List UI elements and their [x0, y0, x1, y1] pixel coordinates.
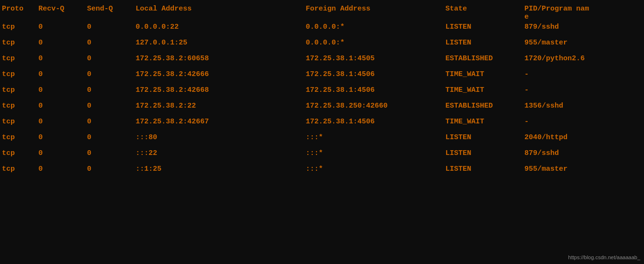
cell-proto: tcp	[0, 53, 36, 65]
cell-proto: tcp	[0, 163, 36, 175]
cell-pid: 2040/httpd	[522, 132, 644, 143]
cell-pid: 879/sshd	[522, 147, 644, 159]
cell-pid: -	[522, 68, 644, 80]
cell-foreign: 172.25.38.1:4506	[304, 116, 443, 128]
cell-local: 172.25.38.2:60658	[134, 53, 304, 65]
cell-proto: tcp	[0, 68, 36, 80]
cell-local: 0.0.0.0:22	[134, 21, 304, 33]
cell-proto: tcp	[0, 100, 36, 112]
cell-foreign: :::*	[304, 132, 443, 143]
cell-pid: 1720/python2.6	[522, 53, 644, 65]
cell-foreign: 0.0.0.0:*	[304, 37, 443, 49]
cell-recvq: 0	[36, 53, 85, 65]
cell-foreign: 172.25.38.1:4505	[304, 53, 443, 65]
cell-proto: tcp	[0, 132, 36, 143]
cell-pid: -	[522, 84, 644, 96]
cell-pid: 955/master	[522, 37, 644, 49]
cell-pid: 955/master	[522, 163, 644, 175]
cell-pid: 1356/sshd	[522, 100, 644, 112]
table-row: tcp00172.25.38.2:42668172.25.38.1:4506TI…	[0, 84, 644, 96]
header-local: Local Address	[134, 4, 304, 21]
header-foreign: Foreign Address	[304, 4, 443, 21]
cell-proto: tcp	[0, 21, 36, 33]
table-header: Proto Recv-Q Send-Q Local Address Foreig…	[0, 4, 644, 21]
cell-foreign: 172.25.38.1:4506	[304, 68, 443, 80]
cell-recvq: 0	[36, 37, 85, 49]
table-row: tcp000.0.0.0:220.0.0.0:*LISTEN879/sshd	[0, 21, 644, 33]
cell-foreign: 0.0.0.0:*	[304, 21, 443, 33]
cell-pid: 879/sshd	[522, 21, 644, 33]
cell-local: 172.25.38.2:42668	[134, 84, 304, 96]
cell-sendq: 0	[85, 68, 134, 80]
cell-sendq: 0	[85, 132, 134, 143]
cell-foreign: 172.25.38.250:42660	[304, 100, 443, 112]
cell-sendq: 0	[85, 100, 134, 112]
cell-local: 172.25.38.2:22	[134, 100, 304, 112]
cell-local: ::1:25	[134, 163, 304, 175]
table-row: tcp00:::80:::*LISTEN2040/httpd	[0, 132, 644, 143]
cell-recvq: 0	[36, 68, 85, 80]
cell-local: :::80	[134, 132, 304, 143]
header-proto: Proto	[0, 4, 36, 21]
cell-state: TIME_WAIT	[443, 68, 522, 80]
header-state: State	[443, 4, 522, 21]
cell-sendq: 0	[85, 37, 134, 49]
netstat-table: Proto Recv-Q Send-Q Local Address Foreig…	[0, 4, 644, 175]
header-pid: PID/Program nam e	[522, 4, 644, 21]
cell-recvq: 0	[36, 116, 85, 128]
cell-local: 127.0.0.1:25	[134, 37, 304, 49]
cell-foreign: 172.25.38.1:4506	[304, 84, 443, 96]
cell-recvq: 0	[36, 21, 85, 33]
cell-state: TIME_WAIT	[443, 116, 522, 128]
cell-sendq: 0	[85, 163, 134, 175]
table-row: tcp00::1:25:::*LISTEN955/master	[0, 163, 644, 175]
cell-state: ESTABLISHED	[443, 53, 522, 65]
cell-state: LISTEN	[443, 163, 522, 175]
cell-recvq: 0	[36, 163, 85, 175]
cell-proto: tcp	[0, 147, 36, 159]
cell-state: LISTEN	[443, 147, 522, 159]
header-sendq: Send-Q	[85, 4, 134, 21]
cell-recvq: 0	[36, 132, 85, 143]
cell-proto: tcp	[0, 116, 36, 128]
table-row: tcp00:::22:::*LISTEN879/sshd	[0, 147, 644, 159]
cell-sendq: 0	[85, 116, 134, 128]
cell-foreign: :::*	[304, 163, 443, 175]
header-recvq: Recv-Q	[36, 4, 85, 21]
cell-state: ESTABLISHED	[443, 100, 522, 112]
cell-sendq: 0	[85, 84, 134, 96]
cell-recvq: 0	[36, 100, 85, 112]
cell-state: LISTEN	[443, 132, 522, 143]
cell-local: 172.25.38.2:42667	[134, 116, 304, 128]
cell-proto: tcp	[0, 37, 36, 49]
cell-pid: -	[522, 116, 644, 128]
cell-sendq: 0	[85, 53, 134, 65]
cell-state: LISTEN	[443, 21, 522, 33]
table-row: tcp00172.25.38.2:60658172.25.38.1:4505ES…	[0, 53, 644, 65]
cell-local: 172.25.38.2:42666	[134, 68, 304, 80]
table-row: tcp00172.25.38.2:22172.25.38.250:42660ES…	[0, 100, 644, 112]
cell-state: LISTEN	[443, 37, 522, 49]
table-row: tcp00127.0.0.1:250.0.0.0:*LISTEN955/mast…	[0, 37, 644, 49]
cell-recvq: 0	[36, 84, 85, 96]
cell-recvq: 0	[36, 147, 85, 159]
watermark: https://blog.csdn.net/aaaaaab_	[568, 254, 640, 260]
cell-local: :::22	[134, 147, 304, 159]
cell-state: TIME_WAIT	[443, 84, 522, 96]
cell-proto: tcp	[0, 84, 36, 96]
cell-sendq: 0	[85, 147, 134, 159]
cell-sendq: 0	[85, 21, 134, 33]
table-row: tcp00172.25.38.2:42667172.25.38.1:4506TI…	[0, 116, 644, 128]
table-row: tcp00172.25.38.2:42666172.25.38.1:4506TI…	[0, 68, 644, 80]
cell-foreign: :::*	[304, 147, 443, 159]
